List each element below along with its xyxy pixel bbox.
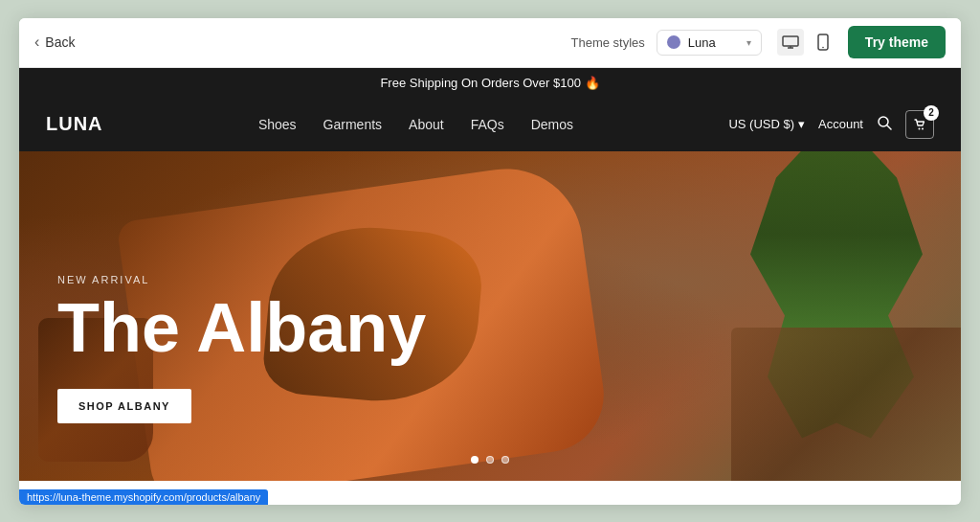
nav-about[interactable]: About [409, 117, 444, 132]
currency-label: US (USD $) [728, 117, 794, 131]
hero-content: NEW ARRIVAL The Albany SHOP ALBANY [19, 274, 464, 481]
mobile-icon [817, 34, 829, 51]
store-logo: LUNA [46, 113, 103, 135]
hero-title: The Albany [57, 293, 426, 362]
currency-selector[interactable]: US (USD $) ▾ [728, 117, 805, 131]
nav-faqs[interactable]: FAQs [471, 117, 504, 132]
cart-icon [913, 118, 926, 131]
chevron-down-icon: ▾ [746, 37, 751, 48]
search-icon[interactable] [877, 115, 892, 134]
theme-selector[interactable]: Luna ▾ [657, 30, 762, 56]
dot-2[interactable] [486, 456, 494, 464]
back-button[interactable]: ‹ Back [34, 34, 75, 51]
hero-dots [471, 456, 509, 464]
hero-section: NEW ARRIVAL The Albany SHOP ALBANY [19, 151, 961, 481]
dot-3[interactable] [501, 456, 509, 464]
theme-color-dot [667, 35, 680, 49]
back-chevron-icon: ‹ [34, 34, 39, 51]
device-toggle [777, 29, 836, 56]
nav-garments[interactable]: Garments [323, 117, 382, 132]
nav-links: Shoes Garments About FAQs Demos [258, 117, 573, 132]
hero-tag: NEW ARRIVAL [57, 274, 426, 285]
url-text: https://luna-theme.myshopify.com/product… [27, 491, 260, 503]
svg-line-6 [887, 125, 891, 129]
desktop-icon [782, 35, 799, 49]
leather-shape [731, 328, 961, 481]
mobile-view-button[interactable] [810, 29, 836, 56]
account-link[interactable]: Account [818, 117, 863, 131]
try-theme-button[interactable]: Try theme [848, 26, 946, 58]
svg-point-8 [922, 127, 924, 129]
theme-styles-label: Theme styles [571, 35, 645, 50]
toolbar: ‹ Back Theme styles Luna ▾ [19, 18, 961, 68]
cart-badge: 2 [924, 105, 939, 121]
shop-button[interactable]: SHOP ALBANY [57, 389, 191, 423]
dot-1[interactable] [471, 456, 479, 464]
desktop-view-button[interactable] [777, 29, 804, 56]
svg-point-4 [822, 47, 824, 49]
preview-frame: ‹ Back Theme styles Luna ▾ [19, 18, 961, 505]
nav-demos[interactable]: Demos [531, 117, 573, 132]
url-bar: https://luna-theme.myshopify.com/product… [19, 489, 268, 505]
cart-button[interactable]: 2 [905, 110, 934, 139]
svg-rect-0 [783, 36, 798, 46]
store-nav: LUNA Shoes Garments About FAQs Demos US … [19, 98, 961, 151]
announcement-bar: Free Shipping On Orders Over $100 🔥 [19, 68, 961, 98]
currency-chevron-icon: ▾ [798, 117, 805, 131]
svg-point-7 [918, 127, 920, 129]
nav-right: US (USD $) ▾ Account 2 [728, 110, 934, 139]
theme-name: Luna [688, 35, 739, 50]
back-label: Back [45, 34, 75, 50]
nav-shoes[interactable]: Shoes [258, 117, 297, 132]
announcement-text: Free Shipping On Orders Over $100 🔥 [380, 76, 599, 90]
preview-area: Free Shipping On Orders Over $100 🔥 LUNA… [19, 68, 961, 505]
